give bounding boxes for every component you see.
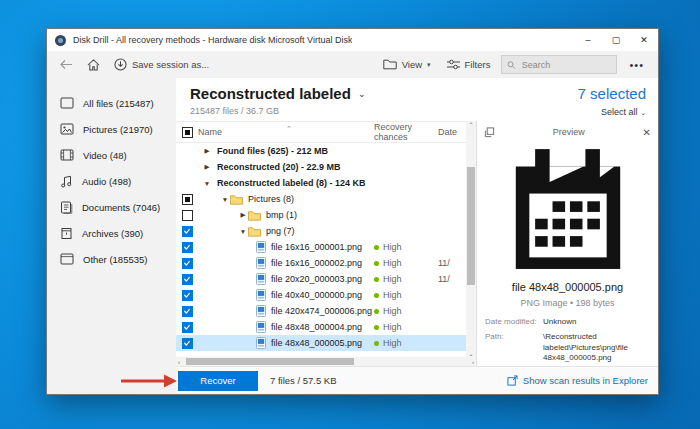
row-label: png (7) — [266, 226, 295, 236]
row-checkbox-checked[interactable] — [182, 306, 193, 317]
other-icon — [60, 253, 74, 265]
sidebar-item-label: Other (185535) — [83, 254, 147, 265]
show-scan-results-label: Show scan results in Explorer — [523, 375, 648, 386]
high-status-dot — [374, 245, 379, 250]
selected-count: 7 selected — [578, 85, 646, 102]
maximize-button[interactable]: ▢ — [602, 29, 630, 51]
row-label: Found files (625) - 212 MB — [217, 146, 328, 156]
high-status-dot — [374, 341, 379, 346]
high-status-dot — [374, 325, 379, 330]
sidebar-item-label: Video (48) — [83, 150, 127, 161]
minimize-button[interactable]: – — [574, 29, 602, 51]
sidebar-item-video[interactable]: Video (48) — [47, 142, 176, 168]
chevron-collapsed-icon[interactable]: ▶ — [202, 163, 212, 171]
save-session-button[interactable]: Save session as... — [109, 54, 214, 75]
chevron-expanded-icon[interactable]: ▼ — [202, 180, 212, 187]
row-label: file 420x474_000006.png — [271, 306, 372, 316]
row-checkbox-unchecked[interactable] — [182, 210, 193, 221]
chevron-collapsed-icon[interactable]: ▶ — [238, 211, 248, 219]
back-button[interactable] — [55, 54, 78, 75]
chevron-collapsed-icon[interactable]: ▶ — [202, 147, 212, 155]
sidebar-item-pictures[interactable]: Pictures (21970) — [47, 116, 176, 142]
row-label: bmp (1) — [266, 210, 297, 220]
tree-row[interactable]: ▶Found files (625) - 212 MB — [176, 143, 476, 159]
row-checkbox-checked[interactable] — [182, 338, 193, 349]
image-file-icon — [256, 257, 266, 269]
row-checkbox-checked[interactable] — [182, 258, 193, 269]
row-checkbox-indeterminate[interactable] — [182, 194, 193, 205]
recovery-chance: High — [374, 242, 438, 252]
sidebar-item-archives[interactable]: Archives (390) — [47, 220, 176, 246]
horizontal-scrollbar-thumb[interactable] — [186, 358, 354, 365]
select-all-checkbox[interactable] — [182, 127, 193, 138]
search-box[interactable] — [501, 55, 617, 74]
chevron-expanded-icon[interactable]: ▼ — [238, 228, 248, 235]
vertical-scrollbar-thumb[interactable] — [467, 167, 475, 285]
show-scan-results-link[interactable]: Show scan results in Explorer — [507, 375, 648, 386]
tree-row[interactable]: ▶Reconstructed (20) - 22.9 MB — [176, 159, 476, 175]
calendar-glyph — [510, 147, 626, 273]
tree-row[interactable]: ▼png (7) — [176, 223, 476, 239]
home-button[interactable] — [82, 54, 105, 75]
pictures-icon — [60, 123, 74, 135]
scroll-up-icon[interactable]: ⌃ — [468, 121, 473, 128]
tree-row[interactable]: ▼Pictures (8) — [176, 191, 476, 207]
search-icon — [507, 60, 515, 70]
image-file-icon — [256, 321, 266, 333]
tree-row[interactable]: ▼Reconstructed labeled (8) - 124 KB — [176, 175, 476, 191]
more-options-button[interactable]: ••• — [623, 59, 650, 71]
chevron-expanded-icon[interactable]: ▼ — [220, 196, 230, 203]
search-input[interactable] — [520, 59, 612, 71]
scroll-right-icon[interactable]: › — [472, 359, 474, 365]
title-bar[interactable]: Disk Drill - All recovery methods - Hard… — [47, 29, 658, 51]
horizontal-scrollbar[interactable]: ‹ › — [176, 357, 476, 366]
file-row[interactable]: file 20x20_000003.pngHigh11/ — [176, 271, 476, 287]
preview-filename: file 48x48_000005.png — [477, 281, 658, 293]
row-checkbox-checked[interactable] — [182, 274, 193, 285]
row-checkbox-checked[interactable] — [182, 242, 193, 253]
vertical-scrollbar[interactable]: ⌃ ⌄ — [466, 121, 476, 357]
sidebar-item-other[interactable]: Other (185535) — [47, 246, 176, 272]
tree-row[interactable]: ▶bmp (1) — [176, 207, 476, 223]
chevron-down-icon: ⌄ — [358, 89, 366, 99]
scan-section-dropdown[interactable]: Reconstructed labeled ⌄ — [190, 85, 365, 102]
view-label: View — [402, 59, 422, 70]
row-label: file 40x40_000000.png — [271, 290, 362, 300]
row-checkbox-checked[interactable] — [182, 226, 193, 237]
column-header-name[interactable]: Name ⌃ — [198, 127, 374, 137]
popout-icon[interactable] — [484, 127, 495, 138]
high-status-dot — [374, 277, 379, 282]
scroll-down-icon[interactable]: ⌄ — [468, 350, 473, 357]
filters-button[interactable]: Filters — [442, 54, 496, 75]
file-row[interactable]: file 48x48_000004.pngHigh — [176, 319, 476, 335]
file-row[interactable]: file 40x40_000000.pngHigh — [176, 287, 476, 303]
view-button[interactable]: View ▾ — [378, 54, 436, 75]
documents-icon — [60, 201, 73, 214]
row-checkbox-checked[interactable] — [182, 322, 193, 333]
close-button[interactable]: ✕ — [630, 29, 658, 51]
sidebar-item-audio[interactable]: Audio (498) — [47, 168, 176, 194]
file-row[interactable]: file 16x16_000002.pngHigh11/ — [176, 255, 476, 271]
high-status-dot — [374, 293, 379, 298]
file-row[interactable]: file 48x48_000005.pngHigh — [176, 335, 476, 351]
sidebar-item-all-files[interactable]: All files (215487) — [47, 90, 176, 116]
recovery-chance: High — [374, 306, 438, 316]
recover-button[interactable]: Recover — [178, 371, 258, 391]
file-row[interactable]: file 16x16_000001.pngHigh — [176, 239, 476, 255]
sidebar-item-documents[interactable]: Documents (7046) — [47, 194, 176, 220]
back-arrow-icon — [60, 59, 73, 70]
row-label: file 48x48_000005.png — [271, 338, 362, 348]
high-status-dot — [374, 309, 379, 314]
scroll-left-icon[interactable]: ‹ — [178, 359, 180, 365]
row-label: file 16x16_000002.png — [271, 258, 362, 268]
column-header-recovery[interactable]: Recovery chances — [374, 122, 438, 142]
select-all-dropdown[interactable]: Select all ⌄ — [578, 107, 646, 117]
detail-value: Unknown — [543, 317, 650, 328]
window-title: Disk Drill - All recovery methods - Hard… — [73, 35, 352, 45]
close-preview-icon[interactable]: ✕ — [643, 127, 651, 138]
row-checkbox-checked[interactable] — [182, 290, 193, 301]
file-row[interactable]: file 420x474_000006.pngHigh — [176, 303, 476, 319]
save-session-icon — [114, 58, 127, 71]
image-file-icon — [256, 241, 266, 253]
preview-detail-row: Date modified: Unknown — [485, 317, 650, 328]
